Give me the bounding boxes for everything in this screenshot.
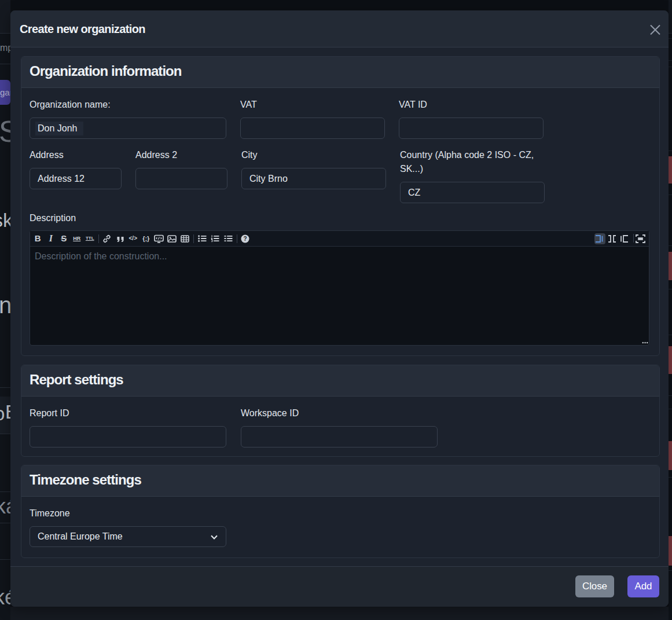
- svg-text:?: ?: [244, 236, 247, 242]
